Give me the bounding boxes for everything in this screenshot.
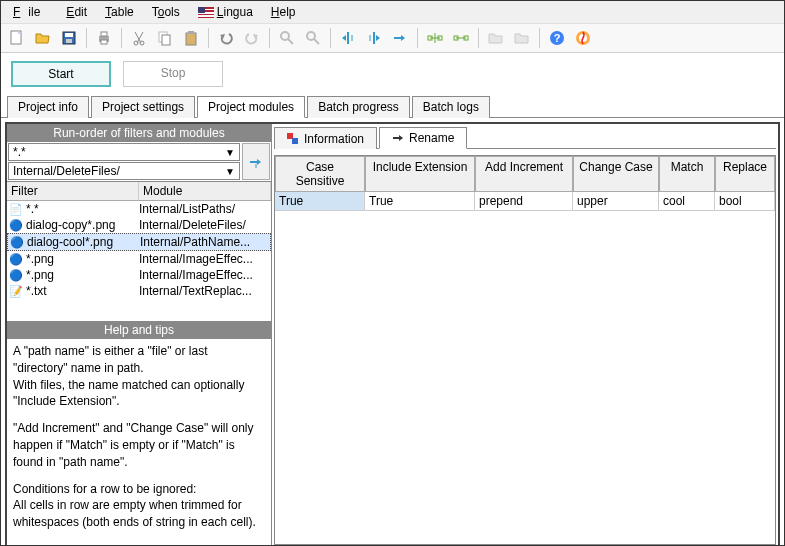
rename-row[interactable]: True True prepend upper cool bool — [275, 192, 775, 211]
menu-tools[interactable]: Tools — [144, 3, 188, 21]
svg-rect-5 — [101, 32, 107, 36]
svg-rect-12 — [162, 35, 170, 45]
text-icon: 📝 — [9, 284, 23, 298]
expand-icon[interactable] — [423, 26, 447, 50]
add-module-button[interactable] — [242, 143, 270, 180]
menu-table[interactable]: Table — [97, 3, 142, 21]
col-case-sensitive[interactable]: Case Sensitive — [275, 156, 365, 192]
col-match[interactable]: Match — [659, 156, 715, 192]
col-change-case[interactable]: Change Case — [573, 156, 659, 192]
tab-rename[interactable]: Rename — [379, 127, 467, 149]
menu-file[interactable]: File — [5, 3, 56, 21]
copy-icon[interactable] — [153, 26, 177, 50]
filter-combo[interactable]: *.*▼ — [8, 143, 240, 161]
new-icon[interactable] — [5, 26, 29, 50]
right-pane: Information Rename Case Sensitive Includ… — [272, 124, 778, 546]
modules-grid: Filter Module 📄*.*Internal/ListPaths/ 🔵d… — [7, 181, 271, 321]
main-tabs: Project info Project settings Project mo… — [1, 95, 784, 118]
folder1-icon[interactable] — [484, 26, 508, 50]
chevron-down-icon: ▼ — [225, 147, 235, 158]
cell-change-case[interactable]: upper — [573, 192, 659, 211]
menu-help[interactable]: Help — [263, 3, 304, 21]
col-add-increment[interactable]: Add Increment — [475, 156, 573, 192]
tab-project-settings[interactable]: Project settings — [91, 96, 195, 118]
table-row[interactable]: 🔵dialog-copy*.pngInternal/DeleteFiles/ — [7, 217, 271, 233]
cell-add-increment[interactable]: prepend — [475, 192, 573, 211]
table-row[interactable]: 📝*.txtInternal/TextReplac... — [7, 283, 271, 299]
help-text: A "path name" is either a "file" or last… — [7, 339, 271, 545]
cell-case-sensitive[interactable]: True — [275, 192, 365, 211]
tab-batch-progress[interactable]: Batch progress — [307, 96, 410, 118]
tab-project-info[interactable]: Project info — [7, 96, 89, 118]
document-icon: 📄 — [9, 202, 23, 216]
rename-grid: Case Sensitive Include Extension Add Inc… — [274, 155, 776, 545]
insert-before-icon[interactable] — [336, 26, 360, 50]
redo-icon[interactable] — [240, 26, 264, 50]
svg-rect-13 — [186, 33, 196, 45]
svg-text:?: ? — [554, 32, 561, 44]
help-panel: Help and tips A "path name" is either a … — [7, 321, 271, 546]
runorder-title: Run-order of filters and modules — [7, 124, 271, 142]
module-combo[interactable]: Internal/DeleteFiles/▼ — [8, 162, 240, 180]
svg-point-15 — [281, 32, 289, 40]
svg-rect-14 — [188, 31, 194, 34]
col-include-extension[interactable]: Include Extension — [365, 156, 475, 192]
cell-match[interactable]: cool — [659, 192, 715, 211]
info-icon — [287, 133, 299, 145]
cell-include-extension[interactable]: True — [365, 192, 475, 211]
insert-row-icon[interactable] — [388, 26, 412, 50]
chevron-down-icon: ▼ — [225, 166, 235, 177]
table-row[interactable]: 🔵dialog-cool*.pngInternal/PathName... — [7, 233, 271, 251]
control-row: Start Stop — [1, 53, 784, 95]
image-icon: 🔵 — [9, 218, 23, 232]
table-row[interactable]: 🔵*.pngInternal/ImageEffec... — [7, 251, 271, 267]
insert-after-icon[interactable] — [362, 26, 386, 50]
arrow-right-icon — [392, 132, 404, 144]
flag-icon — [198, 7, 214, 18]
svg-rect-2 — [65, 33, 73, 37]
svg-rect-6 — [101, 40, 107, 44]
find-icon[interactable] — [275, 26, 299, 50]
image-icon: 🔵 — [10, 235, 24, 249]
content-area: Run-order of filters and modules *.*▼ In… — [5, 122, 780, 546]
col-replace[interactable]: Replace — [715, 156, 775, 192]
undo-icon[interactable] — [214, 26, 238, 50]
svg-rect-3 — [66, 39, 72, 43]
about-icon[interactable] — [571, 26, 595, 50]
svg-rect-38 — [292, 138, 298, 144]
inner-tabs: Information Rename — [274, 126, 776, 149]
tab-information[interactable]: Information — [274, 127, 377, 149]
image-icon: 🔵 — [9, 252, 23, 266]
svg-line-18 — [314, 39, 319, 44]
col-filter[interactable]: Filter — [7, 182, 139, 200]
print-icon[interactable] — [92, 26, 116, 50]
start-button[interactable]: Start — [11, 61, 111, 87]
menu-lingua[interactable]: Lingua — [190, 3, 261, 21]
modules-grid-body[interactable]: 📄*.*Internal/ListPaths/ 🔵dialog-copy*.pn… — [7, 201, 271, 321]
help-title: Help and tips — [7, 321, 271, 339]
menu-bar: File Edit Table Tools Lingua Help — [1, 1, 784, 23]
image-icon: 🔵 — [9, 268, 23, 282]
tab-batch-logs[interactable]: Batch logs — [412, 96, 490, 118]
collapse-icon[interactable] — [449, 26, 473, 50]
table-row[interactable]: 🔵*.pngInternal/ImageEffec... — [7, 267, 271, 283]
svg-line-16 — [288, 39, 293, 44]
open-icon[interactable] — [31, 26, 55, 50]
cut-icon[interactable] — [127, 26, 151, 50]
table-row[interactable]: 📄*.*Internal/ListPaths/ — [7, 201, 271, 217]
col-module[interactable]: Module — [139, 182, 271, 200]
folder2-icon[interactable] — [510, 26, 534, 50]
save-icon[interactable] — [57, 26, 81, 50]
paste-icon[interactable] — [179, 26, 203, 50]
toolbar: ? — [1, 23, 784, 53]
cell-replace[interactable]: bool — [715, 192, 775, 211]
tab-project-modules[interactable]: Project modules — [197, 96, 305, 118]
svg-point-17 — [307, 32, 315, 40]
menu-edit[interactable]: Edit — [58, 3, 95, 21]
find-next-icon[interactable] — [301, 26, 325, 50]
left-pane: Run-order of filters and modules *.*▼ In… — [7, 124, 272, 546]
help-icon[interactable]: ? — [545, 26, 569, 50]
stop-button[interactable]: Stop — [123, 61, 223, 87]
